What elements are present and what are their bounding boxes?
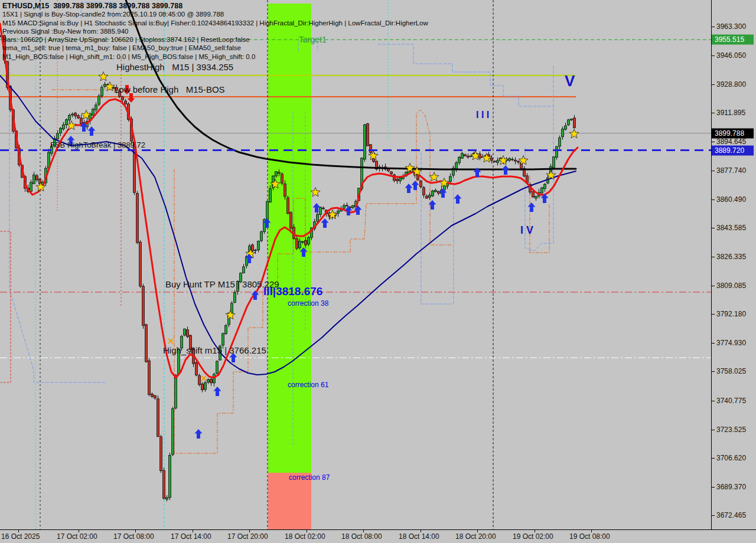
price-tick	[712, 113, 715, 113]
candle-body	[207, 380, 210, 382]
price-tick	[712, 228, 715, 228]
price-tick	[712, 199, 715, 200]
time-tick	[249, 530, 250, 532]
star-icon	[67, 121, 76, 130]
candle-body	[535, 196, 537, 198]
price-axis-label: 3706.620	[716, 454, 746, 462]
price-axis-label: 3911.895	[716, 109, 745, 117]
candle-body	[322, 208, 325, 209]
candle-body	[568, 120, 570, 125]
candle-body	[210, 380, 213, 383]
candle-body	[175, 375, 177, 408]
annotation-wave3-price: III|3818.676	[263, 285, 322, 298]
candle-body	[154, 395, 157, 398]
annotation-highest-high: HighestHigh M15 | 3934.255	[116, 62, 233, 72]
candle-body	[157, 399, 159, 437]
candle-body	[163, 470, 165, 498]
trailing-step-line	[1, 231, 11, 382]
buy-arrow-icon	[454, 194, 462, 204]
candle-body	[317, 214, 319, 221]
annotation-fsb-high-to-break: FSB HighToBreak | 3889.72	[50, 140, 145, 149]
annotation-wave-V: V	[565, 72, 575, 90]
candle-body	[122, 97, 124, 100]
candle-body	[80, 118, 83, 124]
target-zone-band	[268, 4, 311, 473]
time-axis-label: 18 Oct 08:00	[341, 532, 382, 541]
buy-arrow-icon	[88, 126, 96, 136]
candle-body	[74, 113, 77, 116]
buy-arrow-icon	[195, 429, 203, 439]
candle-body	[455, 163, 458, 169]
price-tick	[712, 314, 715, 315]
info-line: 15X1 | Signal is Buy-Stop-candle2 from:2…	[2, 10, 428, 18]
candle-body	[33, 175, 35, 184]
buy-arrow-icon	[412, 181, 419, 190]
candle-body	[98, 96, 100, 104]
annotation-correction-87: correction 87	[289, 473, 330, 482]
price-axis-label: 3774.930	[716, 339, 746, 347]
price-axis-label: 3723.525	[716, 426, 746, 434]
info-line: Previous Signal :Buy-New from: 3885.940	[2, 27, 428, 35]
price-axis-label: 3928.800	[716, 80, 746, 89]
candle-body	[216, 361, 219, 373]
candle-body	[296, 238, 298, 248]
candle-body	[69, 115, 71, 120]
price-badge: 3889.720	[712, 146, 754, 156]
annotation-wave-III: I I I	[476, 110, 489, 120]
candle-body	[438, 191, 440, 193]
time-tick	[193, 530, 193, 532]
chart-canvas[interactable]	[0, 0, 711, 529]
buy-arrow-icon	[321, 218, 329, 228]
candle-body	[458, 157, 461, 163]
time-tick	[421, 530, 421, 532]
candle-body	[343, 205, 346, 208]
candle-body	[573, 118, 576, 127]
candle-body	[565, 126, 567, 129]
candle-body	[136, 194, 139, 243]
candle-body	[269, 189, 272, 202]
candle-body	[184, 329, 186, 335]
mt-chart-window: 3963.3003946.0503928.8003911.8953894.645…	[0, 0, 756, 543]
candle-body	[260, 232, 263, 241]
price-axis-label: 3860.490	[716, 195, 746, 204]
annotation-correction-38: correction 38	[288, 299, 328, 308]
time-axis-label: 17 Oct 08:00	[113, 532, 154, 541]
annotation-target1: Target1	[299, 35, 327, 44]
candle-body	[337, 211, 340, 214]
time-axis-label: 17 Oct 20:00	[227, 532, 268, 541]
time-axis-label: 17 Oct 02:00	[57, 532, 97, 541]
candle-body	[151, 394, 154, 397]
time-axis-label: 19 Oct 08:00	[569, 532, 610, 541]
time-axis[interactable]: 16 Oct 202517 Oct 02:0017 Oct 08:0017 Oc…	[0, 529, 756, 543]
candle-body	[308, 237, 310, 244]
buy-arrow-icon	[252, 290, 259, 300]
annotation-wave-IV: I V	[520, 224, 533, 237]
candle-body	[287, 198, 289, 214]
info-line: ETHUSD,M15 3899.788 3899.788 3899.788 38…	[2, 2, 428, 10]
candle-body	[556, 146, 558, 158]
buy-arrow-icon	[528, 202, 536, 212]
buy-arrow-icon	[214, 387, 221, 396]
candle-body	[195, 362, 198, 375]
candle-body	[432, 191, 434, 196]
info-line: tema_m1_sell: true | tema_m1_buy: false …	[2, 44, 428, 52]
candle-body	[160, 437, 162, 471]
price-axis-label: 3877.740	[716, 166, 746, 175]
star-icon	[99, 72, 108, 81]
time-tick	[18, 530, 19, 532]
candle-body	[399, 178, 402, 181]
time-axis-label: 18 Oct 20:00	[455, 532, 496, 541]
candle-body	[258, 241, 260, 250]
candle-body	[266, 201, 269, 221]
candle-body	[553, 157, 555, 168]
candle-body	[187, 330, 189, 337]
candle-body	[142, 286, 145, 326]
candle-body	[36, 176, 38, 180]
star-icon	[226, 310, 235, 319]
candle-body	[145, 325, 148, 362]
candle-body	[562, 129, 564, 137]
price-axis[interactable]: 3963.3003946.0503928.8003911.8953894.645…	[711, 0, 756, 529]
price-tick	[712, 171, 715, 171]
time-tick	[135, 530, 136, 532]
candle-body	[449, 176, 452, 182]
